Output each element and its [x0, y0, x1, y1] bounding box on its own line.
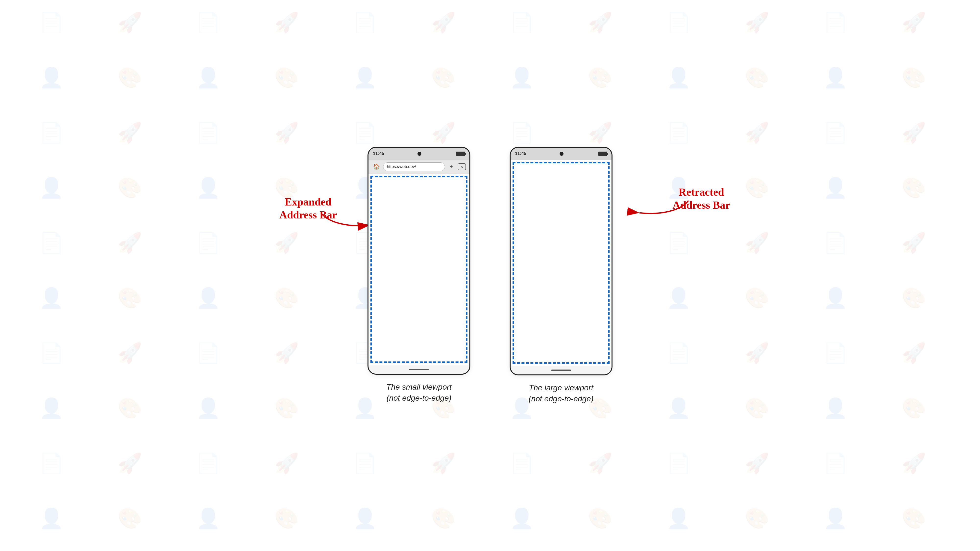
left-battery-icon	[456, 152, 465, 156]
left-address-bar[interactable]: 🏠 https://web.dev/ + 5	[369, 160, 469, 174]
right-battery-icon	[598, 152, 607, 156]
right-battery	[597, 152, 607, 156]
right-status-time: 11:45	[515, 151, 526, 156]
left-viewport	[369, 174, 469, 365]
left-home-indicator	[409, 369, 429, 370]
main-content: Expanded Address Bar 11:45	[0, 0, 980, 551]
left-status-bar: 11:45	[369, 148, 469, 160]
tabs-count-button[interactable]: 5	[458, 164, 466, 170]
left-phone: 11:45 🏠 https://web.dev/ + 5	[368, 147, 470, 375]
right-dashed-border	[512, 162, 609, 364]
add-tab-button[interactable]: +	[447, 163, 455, 171]
url-bar[interactable]: https://web.dev/	[383, 162, 445, 171]
right-phone-wrapper: Retracted Address Bar 11:45	[510, 147, 612, 404]
right-phone-bottom	[511, 365, 611, 375]
left-camera	[417, 152, 422, 156]
expanded-address-bar-label: Expanded Address Bar	[279, 196, 337, 222]
left-phone-wrapper: Expanded Address Bar 11:45	[368, 147, 470, 403]
right-viewport	[511, 160, 611, 365]
left-battery	[455, 152, 465, 156]
right-arrow	[632, 196, 696, 225]
right-status-bar: 11:45	[511, 148, 611, 160]
right-camera	[560, 152, 563, 156]
left-phone-bottom	[369, 365, 469, 374]
left-phone-label: The small viewport (not edge-to-edge)	[387, 381, 452, 403]
retracted-address-bar-label: Retracted Address Bar	[673, 186, 730, 212]
left-status-time: 11:45	[373, 151, 384, 156]
url-text: https://web.dev/	[387, 164, 416, 169]
right-phone-label: The large viewport (not edge-to-edge)	[528, 382, 593, 404]
right-home-indicator	[551, 370, 571, 371]
right-phone: 11:45	[510, 147, 612, 375]
home-button[interactable]: 🏠	[372, 162, 381, 171]
left-dashed-border	[371, 176, 468, 363]
